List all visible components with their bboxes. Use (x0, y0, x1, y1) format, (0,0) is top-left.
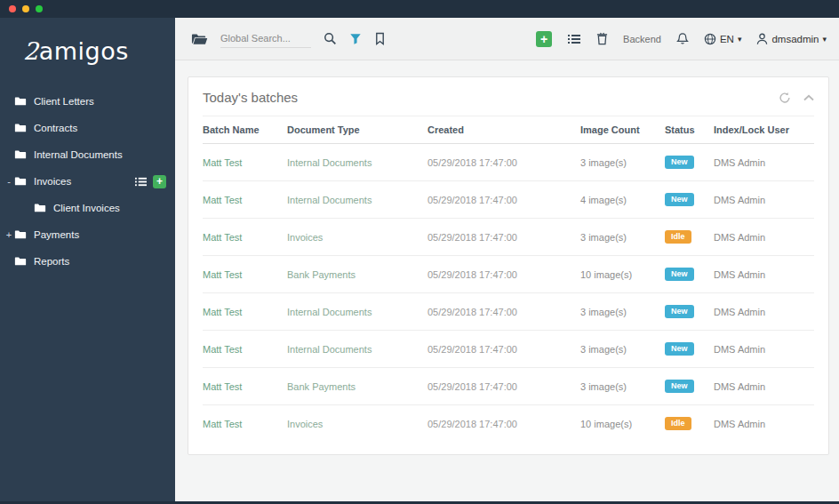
batch-name-link[interactable]: Matt Test (203, 269, 287, 280)
created-cell: 05/29/2018 17:47:00 (427, 232, 580, 243)
created-cell: 05/29/2018 17:47:00 (427, 381, 580, 392)
index-lock-user-cell: DMS Admin (714, 381, 814, 392)
add-button[interactable]: + (536, 31, 552, 47)
close-window-button[interactable] (9, 5, 16, 12)
list-icon[interactable] (567, 33, 581, 45)
created-cell: 05/29/2018 17:47:00 (427, 269, 580, 280)
document-type-cell: Invoices (287, 232, 427, 243)
batch-name-link[interactable]: Matt Test (203, 157, 287, 168)
collapse-toggle-icon[interactable]: - (4, 176, 14, 187)
index-lock-user-cell: DMS Admin (714, 157, 814, 168)
index-lock-user-cell: DMS Admin (714, 307, 814, 317)
add-batch-icon[interactable]: + (153, 175, 166, 188)
status-cell: New (665, 193, 714, 206)
list-view-icon[interactable] (134, 176, 148, 188)
search-icon[interactable] (324, 32, 337, 45)
panel-tools (779, 92, 814, 104)
image-count-cell: 10 image(s) (580, 419, 665, 429)
document-type-cell: Internal Documents (287, 157, 427, 168)
document-type-cell: Internal Documents (287, 344, 427, 355)
status-badge: New (665, 305, 694, 318)
created-cell: 05/29/2018 17:47:00 (427, 419, 580, 429)
index-lock-user-cell: DMS Admin (714, 269, 814, 280)
column-header-index-lock-user[interactable]: Index/Lock User (714, 124, 814, 135)
language-dropdown[interactable]: EN ▾ (704, 33, 742, 45)
main-content: Today's batches Batch Name Document Type… (175, 60, 839, 501)
sidebar-item-client-invoices[interactable]: Client Invoices (0, 195, 175, 221)
refresh-icon[interactable] (779, 92, 791, 104)
chevron-down-icon: ▾ (738, 35, 742, 44)
expand-toggle-icon[interactable]: + (4, 229, 14, 240)
sidebar-menu: Client Letters Contracts Internal Docume… (0, 88, 175, 275)
column-header-image-count[interactable]: Image Count (580, 124, 665, 135)
collapse-panel-icon[interactable] (803, 94, 814, 101)
batch-name-link[interactable]: Matt Test (203, 381, 287, 392)
table-row[interactable]: Matt Test Invoices 05/29/2018 17:47:00 3… (203, 219, 814, 256)
sidebar-item-label: Invoices (34, 176, 71, 187)
column-header-document-type[interactable]: Document Type (287, 124, 427, 135)
sidebar-item-label: Contracts (34, 123, 77, 133)
created-cell: 05/29/2018 17:47:00 (427, 344, 580, 355)
batch-name-link[interactable]: Matt Test (203, 419, 287, 429)
status-badge: New (665, 268, 694, 281)
sidebar: 2amigos Client Letters Contracts Interna… (0, 18, 175, 501)
sidebar-item-label: Client Invoices (53, 203, 120, 213)
table-row[interactable]: Matt Test Bank Payments 05/29/2018 17:47… (203, 368, 814, 405)
column-header-status[interactable]: Status (665, 124, 714, 135)
image-count-cell: 3 image(s) (580, 381, 665, 392)
batch-name-link[interactable]: Matt Test (203, 307, 287, 317)
image-count-cell: 4 image(s) (580, 195, 665, 205)
sidebar-item-contracts[interactable]: Contracts (0, 115, 175, 141)
folder-icon (14, 122, 27, 134)
sidebar-item-label: Client Letters (34, 96, 94, 107)
status-badge: New (665, 193, 694, 206)
column-header-created[interactable]: Created (427, 124, 580, 135)
sidebar-item-label: Internal Documents (34, 149, 123, 160)
search-group (191, 29, 386, 48)
global-search-input[interactable] (220, 29, 311, 48)
sidebar-item-client-letters[interactable]: Client Letters (0, 88, 175, 115)
document-type-cell: Bank Payments (287, 269, 427, 280)
table-row[interactable]: Matt Test Internal Documents 05/29/2018 … (203, 293, 814, 331)
window-titlebar (0, 0, 839, 18)
table-row[interactable]: Matt Test Internal Documents 05/29/2018 … (203, 144, 814, 181)
status-badge: New (665, 342, 694, 356)
user-icon (756, 33, 768, 45)
minimize-window-button[interactable] (22, 5, 29, 12)
status-cell: Idle (665, 230, 714, 244)
globe-icon (704, 33, 716, 45)
zoom-window-button[interactable] (36, 5, 43, 12)
table-row[interactable]: Matt Test Internal Documents 05/29/2018 … (203, 331, 814, 368)
sidebar-item-invoices[interactable]: - Invoices + (0, 168, 175, 195)
user-dropdown[interactable]: dmsadmin ▾ (756, 33, 827, 45)
filter-icon[interactable] (349, 33, 362, 45)
batch-name-link[interactable]: Matt Test (203, 232, 287, 243)
sidebar-item-reports[interactable]: Reports (0, 248, 175, 275)
batches-table: Batch Name Document Type Created Image C… (188, 116, 828, 454)
table-row[interactable]: Matt Test Internal Documents 05/29/2018 … (203, 181, 814, 219)
open-folder-icon[interactable] (191, 32, 208, 46)
index-lock-user-cell: DMS Admin (714, 232, 814, 243)
bell-icon[interactable] (676, 32, 689, 45)
status-cell: New (665, 380, 714, 393)
todays-batches-panel: Today's batches Batch Name Document Type… (188, 76, 829, 455)
document-type-cell: Internal Documents (287, 195, 427, 205)
sidebar-item-internal-documents[interactable]: Internal Documents (0, 141, 175, 168)
column-header-batch-name[interactable]: Batch Name (203, 124, 287, 135)
table-header-row: Batch Name Document Type Created Image C… (203, 116, 814, 144)
status-cell: New (665, 342, 714, 356)
sidebar-item-payments[interactable]: + Payments (0, 221, 175, 248)
status-cell: New (665, 268, 714, 281)
backend-link[interactable]: Backend (623, 34, 661, 44)
batch-name-link[interactable]: Matt Test (203, 344, 287, 355)
batch-name-link[interactable]: Matt Test (203, 195, 287, 205)
table-row[interactable]: Matt Test Invoices 05/29/2018 17:47:00 1… (203, 405, 814, 442)
image-count-cell: 10 image(s) (580, 269, 665, 280)
table-row[interactable]: Matt Test Bank Payments 05/29/2018 17:47… (203, 256, 814, 293)
index-lock-user-cell: DMS Admin (714, 344, 814, 355)
trash-icon[interactable] (596, 32, 608, 45)
bookmark-icon[interactable] (374, 32, 386, 45)
folder-icon (14, 228, 27, 241)
folder-icon (34, 202, 46, 214)
sidebar-item-label: Payments (34, 229, 79, 240)
